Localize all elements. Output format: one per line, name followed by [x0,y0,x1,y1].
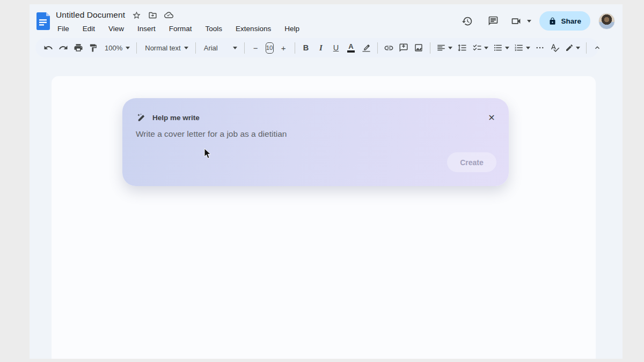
collapse-icon[interactable] [590,41,605,55]
separator [136,42,137,54]
chevron-down-icon[interactable] [527,20,531,23]
font-select[interactable]: Arial [200,41,240,55]
move-folder-icon[interactable] [148,11,157,20]
menu-file[interactable]: File [56,24,71,34]
menu-edit[interactable]: Edit [81,24,97,34]
align-button[interactable] [434,41,455,55]
separator [295,42,295,54]
editing-mode-icon [565,43,574,52]
video-call-icon [510,16,522,27]
chevron-down-icon [184,47,188,49]
text-color-button[interactable]: A [344,41,358,55]
decrease-font-size-button[interactable]: − [248,41,263,55]
font-value: Arial [203,44,231,52]
checklist-icon [472,43,482,53]
chevron-down-icon [505,47,509,49]
mouse-cursor [204,148,212,159]
avatar[interactable] [598,13,615,29]
menu-insert[interactable]: Insert [136,24,157,34]
bulleted-list-icon [493,43,503,53]
toolbar: 100% Normal text Arial − 10 + B I [35,38,598,57]
align-icon [436,43,446,53]
highlight-icon[interactable] [359,41,374,55]
chevron-down-icon [484,47,488,49]
spellcheck-icon[interactable] [548,41,562,55]
magic-wand-icon [136,113,146,122]
dialog-title: Help me write [152,114,200,122]
zoom-value: 100% [104,44,123,52]
bulleted-list-button[interactable] [491,41,511,55]
redo-icon[interactable] [56,41,70,55]
separator [195,42,196,54]
prompt-input[interactable]: Write a cover letter for a job as a diet… [136,129,287,139]
header-bar: Untitled Document File Edit View Insert … [30,4,623,38]
chevron-down-icon [448,47,452,49]
chevron-down-icon [526,47,530,49]
zoom-select[interactable]: 100% [101,41,133,55]
menu-bar: File Edit View Insert Format Tools Exten… [56,24,301,34]
menu-format[interactable]: Format [167,24,194,34]
menu-tools[interactable]: Tools [204,24,224,34]
version-history-icon[interactable] [458,12,476,30]
insert-image-icon[interactable] [412,41,426,55]
document-title[interactable]: Untitled Document [56,10,125,20]
separator [377,42,378,54]
separator [244,42,245,54]
share-label: Share [561,17,581,25]
font-size-value: 10 [266,45,273,51]
star-icon[interactable] [132,11,141,20]
italic-button[interactable]: I [314,41,328,55]
paragraph-style-select[interactable]: Normal text [141,41,191,55]
numbered-list-icon [514,43,524,53]
add-comment-icon[interactable] [397,41,411,55]
style-value: Normal text [144,44,181,52]
google-docs-logo[interactable] [36,12,50,30]
link-icon[interactable] [382,41,396,55]
menu-view[interactable]: View [107,24,126,34]
separator [430,42,430,54]
help-me-write-dialog: Help me write ✕ Write a cover letter for… [122,98,509,186]
more-icon[interactable] [533,41,547,55]
menu-help[interactable]: Help [283,24,301,34]
menu-extensions[interactable]: Extensions [234,24,273,34]
docs-app-window: Untitled Document File Edit View Insert … [30,4,623,359]
cloud-saved-icon[interactable] [164,11,173,20]
editing-mode-button[interactable] [563,41,582,55]
close-icon[interactable]: ✕ [486,112,497,123]
create-button[interactable]: Create [447,152,496,172]
chevron-down-icon [126,47,130,49]
chevron-down-icon [576,47,580,49]
undo-icon[interactable] [41,41,55,55]
chevron-down-icon [233,47,237,49]
separator [586,42,587,54]
line-spacing-icon[interactable] [455,41,470,55]
font-size-input[interactable]: 10 [266,42,274,54]
video-call-button[interactable] [510,16,531,27]
increase-font-size-button[interactable]: + [276,41,291,55]
underline-button[interactable]: U [329,41,343,55]
lock-icon [548,17,557,25]
bold-button[interactable]: B [299,41,313,55]
paint-format-icon[interactable] [86,41,100,55]
share-button[interactable]: Share [539,11,590,31]
numbered-list-button[interactable] [512,41,532,55]
comments-icon[interactable] [484,12,502,30]
print-icon[interactable] [71,41,85,55]
checklist-button[interactable] [470,41,491,55]
